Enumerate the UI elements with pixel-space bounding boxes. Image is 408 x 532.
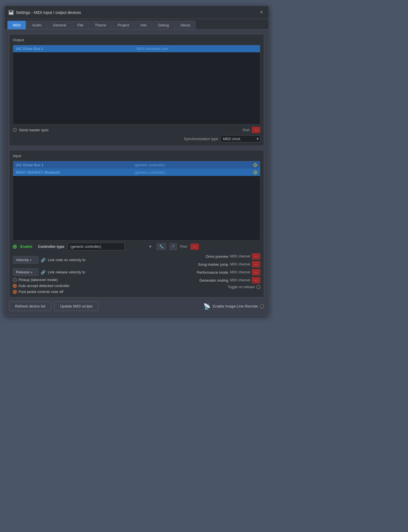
tab-about[interactable]: About [175, 21, 195, 29]
foot-pedal-radio[interactable] [13, 290, 17, 294]
output-control-row: Send master sync Port ··· [13, 127, 260, 133]
enable-remote-radio[interactable] [260, 304, 264, 308]
refresh-device-list-button[interactable]: Refresh device list [9, 302, 51, 311]
velocity-arrow: ▶ [30, 259, 32, 261]
toggle-release-row: Toggle on release [228, 285, 260, 289]
title-bar-left: 🎹 Settings - MIDI input / output devices [9, 10, 81, 15]
enable-radio[interactable] [13, 245, 17, 249]
tab-file[interactable]: File [72, 21, 89, 29]
output-device-list[interactable]: IAC Driver Bus 1 MIDI hardware port [13, 45, 260, 124]
output-device-type: MIDI hardware port [137, 47, 257, 51]
release-label: Release [16, 270, 30, 274]
performance-btn[interactable]: ··· [252, 269, 260, 275]
output-device-name: IAC Driver Bus 1 [16, 47, 137, 51]
link-note-label: Link note on velocity to [48, 258, 85, 262]
performance-label: Performance mode [197, 270, 228, 275]
omni-preview-label: Omni preview [206, 254, 228, 259]
release-link-icon: 🔗 [41, 270, 46, 275]
enable-remote-row: 📡 Enable Image-Line Remote [203, 303, 264, 310]
input-port-button[interactable]: ··· [190, 244, 199, 250]
tab-debug[interactable]: Debug [153, 21, 174, 29]
main-content: Output IAC Driver Bus 1 MIDI hardware po… [5, 30, 269, 315]
auto-accept-label: Auto accept detected controller [18, 284, 69, 288]
input-device-item-2[interactable]: WAVY MONKEY Bluetooth (generic controlle… [13, 169, 260, 176]
omni-midi-label: MIDI channel [230, 254, 250, 258]
send-master-sync-radio[interactable] [13, 128, 17, 132]
generator-midi-label: MIDI channel [230, 278, 250, 282]
velocity-row: Velocity ▶ 🔗 Link note on velocity to [13, 256, 135, 264]
velocity-link-icon: 🔗 [41, 258, 46, 262]
input-port-label: Port [180, 244, 187, 249]
pickup-label: Pickup (takeover mode) [18, 278, 57, 282]
toggle-release-label: Toggle on release [228, 285, 255, 289]
input-device-type-1: (generic controller) [135, 163, 253, 167]
auto-accept-row: Auto accept detected controller [13, 284, 135, 288]
performance-midi-label: MIDI channel [230, 270, 250, 274]
input-title: Input [13, 154, 260, 158]
sync-type-dropdown[interactable]: MIDI clock [221, 135, 260, 142]
tabs-bar: MIDI Audio General File Theme Project In… [5, 19, 269, 30]
output-device-item[interactable]: IAC Driver Bus 1 MIDI hardware port [13, 45, 260, 52]
release-arrow: ▶ [31, 271, 33, 274]
input-device-type-2: (generic controller) [135, 170, 253, 174]
input-power-icon-1[interactable]: ⏻ [253, 163, 257, 167]
output-title: Output [13, 38, 260, 42]
enable-label: Enable [20, 244, 32, 249]
generator-label: Generator muting [199, 278, 228, 282]
release-row: Release ▶ 🔗 Link release velocity to [13, 268, 135, 276]
tab-midi[interactable]: MIDI [7, 21, 26, 29]
song-marker-label: Song marker jump [198, 262, 228, 267]
update-midi-scripts-button[interactable]: Update MIDI scripts [54, 302, 98, 311]
velocity-button[interactable]: Velocity ▶ [13, 256, 38, 264]
link-release-label: Link release velocity to [48, 270, 85, 274]
send-master-sync-label: Send master sync [19, 128, 49, 132]
sync-dropdown-wrap: MIDI clock [221, 135, 260, 142]
input-power-icon-2[interactable]: ⏻ [253, 170, 257, 174]
performance-mode-row: Performance mode MIDI channel ··· [197, 269, 260, 275]
controller-type-dropdown[interactable]: (generic controller) [68, 243, 125, 250]
input-section: Input IAC Driver Bus 1 (generic controll… [9, 150, 264, 298]
auto-accept-radio[interactable] [13, 284, 17, 288]
foot-pedal-label: Foot pedal controls note off [18, 290, 63, 294]
pickup-radio[interactable] [13, 278, 17, 282]
output-section: Output IAC Driver Bus 1 MIDI hardware po… [9, 34, 264, 146]
input-device-list[interactable]: IAC Driver Bus 1 (generic controller) ⏻ … [13, 161, 260, 240]
pickup-row: Pickup (takeover mode) [13, 278, 135, 282]
toggle-release-radio[interactable] [256, 285, 260, 289]
midi-channel-col: Omni preview MIDI channel ··· Song marke… [138, 253, 260, 294]
tab-info[interactable]: Info [135, 21, 152, 29]
wifi-icon: 📡 [203, 303, 211, 310]
settings-window: 🎹 Settings - MIDI input / output devices… [4, 6, 269, 316]
velocity-label: Velocity [16, 258, 29, 262]
input-device-name-2: WAVY MONKEY Bluetooth [16, 170, 135, 174]
omni-preview-row: Omni preview MIDI channel ··· [206, 253, 260, 259]
song-marker-midi-label: MIDI channel [230, 262, 250, 266]
controller-settings-button[interactable]: 🔧 [156, 243, 166, 250]
controller-help-button[interactable]: ? [170, 243, 177, 250]
song-marker-btn[interactable]: ··· [252, 261, 260, 267]
vel-release-area: Velocity ▶ 🔗 Link note on velocity to Re… [13, 253, 260, 294]
output-port-label: Port [243, 128, 250, 132]
generator-btn[interactable]: ··· [252, 277, 260, 283]
tab-theme[interactable]: Theme [89, 21, 112, 29]
tab-general[interactable]: General [48, 21, 71, 29]
sync-row: Synchronization type MIDI clock [13, 135, 260, 142]
generator-muting-row: Generator muting MIDI channel ··· [199, 277, 260, 283]
tab-project[interactable]: Project [112, 21, 134, 29]
window-title: Settings - MIDI input / output devices [16, 10, 81, 15]
controller-dropdown-wrap: (generic controller) [68, 243, 153, 250]
enable-row: Enable Controller type (generic controll… [13, 243, 260, 250]
title-bar: 🎹 Settings - MIDI input / output devices… [5, 6, 269, 19]
song-marker-row: Song marker jump MIDI channel ··· [198, 261, 260, 267]
app-icon: 🎹 [9, 10, 14, 15]
input-device-item-1[interactable]: IAC Driver Bus 1 (generic controller) ⏻ [13, 161, 260, 169]
close-button[interactable]: × [258, 9, 265, 16]
tab-audio[interactable]: Audio [26, 21, 47, 29]
release-button[interactable]: Release ▶ [13, 268, 38, 276]
velocity-release-col: Velocity ▶ 🔗 Link note on velocity to Re… [13, 253, 135, 294]
sync-type-label: Synchronization type [184, 137, 218, 141]
output-port-button[interactable]: ··· [252, 127, 260, 133]
foot-pedal-row: Foot pedal controls note off [13, 290, 135, 294]
action-buttons: Refresh device list Update MIDI scripts [9, 302, 98, 311]
omni-preview-btn[interactable]: ··· [252, 253, 260, 259]
